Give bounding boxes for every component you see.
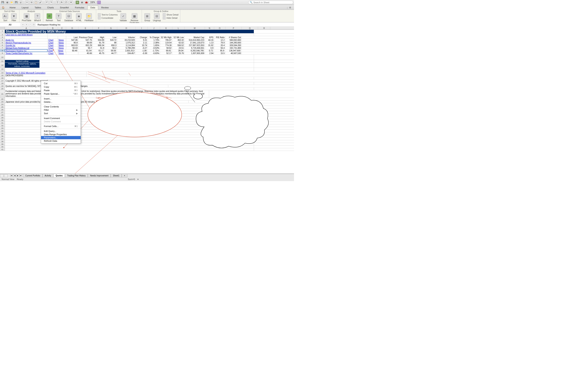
- text-button[interactable]: TText: [55, 13, 62, 22]
- copy-icon[interactable]: ⧉: [30, 1, 33, 4]
- show-detail[interactable]: Show Detail: [163, 13, 178, 16]
- consolidate[interactable]: Consolidate: [98, 17, 118, 19]
- stock-link[interactable]: Google Inc: [5, 44, 48, 47]
- tab-quotes[interactable]: Quotes: [53, 174, 65, 177]
- menu-paste-special-[interactable]: Paste Special...^⌘V: [41, 92, 81, 96]
- search-input[interactable]: [253, 1, 292, 4]
- menu-data-range-properties[interactable]: Data Range Properties: [41, 133, 81, 136]
- show-formulas-icon[interactable]: ▦: [80, 1, 84, 4]
- next-tab-icon[interactable]: ▶: [16, 174, 19, 177]
- ungroup-button[interactable]: ⊟Ungroup: [152, 13, 162, 22]
- menu-sort[interactable]: Sort▶: [41, 112, 81, 115]
- tab-trading-plan[interactable]: Trading Plan History: [65, 174, 88, 177]
- menu-clear-contents[interactable]: Clear Contents: [41, 105, 81, 108]
- stock-link[interactable]: Apple Inc: [5, 39, 48, 41]
- first-tab-icon[interactable]: ⏮: [10, 174, 13, 177]
- last-tab-icon[interactable]: ⏭: [19, 174, 22, 177]
- tab-smartart[interactable]: SmartArt: [57, 5, 72, 9]
- cancel-icon[interactable]: ✕: [25, 23, 28, 26]
- filter-small-icon[interactable]: ▼: [69, 1, 73, 4]
- formula-input[interactable]: [36, 23, 294, 26]
- menu-cut[interactable]: Cut⌘X: [41, 82, 81, 85]
- name-box[interactable]: A8: [0, 23, 20, 26]
- paste-icon[interactable]: 📋: [34, 1, 38, 4]
- fx-icon[interactable]: fx: [76, 1, 79, 4]
- search-in-sheet[interactable]: 🔍: [248, 1, 293, 4]
- menu-delete-comment[interactable]: Delete Comment: [41, 120, 81, 123]
- msn-link[interactable]: Click here to visit MSN Money: [5, 33, 48, 36]
- fx-small-icon[interactable]: fx: [32, 23, 35, 26]
- pivottable-button[interactable]: ▦PivotTable: [21, 13, 32, 22]
- gear-icon[interactable]: ⚙: [289, 6, 292, 9]
- stock-link[interactable]: Texas Capital Bancshares Inc: [5, 52, 48, 54]
- oval-shape-1[interactable]: [184, 86, 191, 90]
- tab-activity[interactable]: Activity: [43, 174, 53, 177]
- page-layout-view-icon[interactable]: [4, 174, 8, 177]
- whatif-button[interactable]: ?What-If: [33, 13, 42, 22]
- sheet-area[interactable]: ABCDEFGHIJKLMNOPQR 1Stock Quotes Provide…: [0, 27, 294, 174]
- add-sheet-button[interactable]: +: [122, 174, 127, 177]
- refresh-button[interactable]: ⟳Refresh: [45, 13, 54, 22]
- database-button[interactable]: ⛁Database: [63, 13, 74, 22]
- col-A[interactable]: A: [5, 27, 48, 30]
- tab-layout[interactable]: Layout: [18, 5, 31, 9]
- menu-format-cells-[interactable]: Format Cells...⌘1: [41, 125, 81, 128]
- open-icon[interactable]: 📁: [10, 1, 13, 4]
- help-icon[interactable]: ?: [97, 1, 101, 4]
- menu-refresh-data[interactable]: Refresh Data: [41, 139, 81, 142]
- tab-needs-improvement[interactable]: Needs Improvement: [88, 174, 111, 177]
- format-painter-icon[interactable]: 🖌: [39, 1, 42, 4]
- hide-detail[interactable]: Hide Detail: [163, 17, 178, 19]
- html-button[interactable]: ◈HTML: [75, 13, 82, 22]
- home-icon[interactable]: 🏠: [1, 6, 6, 9]
- tab-tables[interactable]: Tables: [31, 5, 44, 9]
- tab-sheet1[interactable]: Sheet1: [111, 174, 122, 177]
- group-button[interactable]: ⊞Group: [144, 13, 151, 22]
- dropdown-icon[interactable]: ▾: [21, 23, 25, 26]
- sort-button[interactable]: A↓Sort: [2, 13, 9, 22]
- select-all-corner[interactable]: [0, 27, 5, 30]
- sort-asc-icon[interactable]: A↓: [60, 1, 64, 4]
- stock-link[interactable]: Rackspace Hosting Inc: [5, 49, 48, 52]
- stock-link[interactable]: Michael Kors Holdings Ltd: [5, 47, 48, 49]
- zoom-percent[interactable]: 100%: [89, 1, 96, 4]
- menu-copy[interactable]: Copy⌘C: [41, 85, 81, 89]
- text-to-columns[interactable]: Text to Columns: [98, 13, 118, 16]
- sheet-tabs-bar: ⏮ ◀ ▶ ⏭ Current Portfolio Activity Quote…: [0, 174, 294, 177]
- accept-icon[interactable]: ✓: [29, 23, 32, 26]
- undo-icon[interactable]: ↶: [45, 1, 49, 4]
- redo-icon[interactable]: ↷: [49, 1, 53, 4]
- new-icon[interactable]: ▦: [5, 1, 9, 4]
- print-icon[interactable]: 🖨: [19, 1, 22, 4]
- stock-link[interactable]: Alexion Pharmaceuticals Inc: [5, 42, 48, 44]
- tab-current-portfolio[interactable]: Current Portfolio: [23, 174, 43, 177]
- menu-insert-[interactable]: Insert...: [41, 97, 81, 100]
- symbol-lookup[interactable]: Symbol Lookup: [5, 60, 40, 62]
- tab-review[interactable]: Review: [98, 5, 112, 9]
- menu-filter[interactable]: Filter▶: [41, 108, 81, 112]
- tab-data[interactable]: Data: [87, 5, 98, 9]
- validate-button[interactable]: ✓Validate: [119, 13, 128, 22]
- menu-parameters-[interactable]: Parameters...: [41, 136, 81, 139]
- menu-paste[interactable]: Paste⌘V: [41, 89, 81, 92]
- save-as-icon[interactable]: 💾: [14, 1, 18, 4]
- menu-insert-comment[interactable]: Insert Comment: [41, 117, 81, 120]
- remove-duplicates-button[interactable]: ▦Remove Duplicates: [129, 13, 140, 24]
- terms-link[interactable]: Terms of Use. © 2012 Microsoft Corporati…: [5, 72, 86, 74]
- filemaker-button[interactable]: 📁FileMaker: [84, 13, 94, 22]
- menu-delete-[interactable]: Delete...: [41, 100, 81, 104]
- tab-home[interactable]: Home: [7, 5, 18, 9]
- tab-formulas[interactable]: Formulas: [72, 5, 87, 9]
- prev-tab-icon[interactable]: ◀: [13, 174, 16, 177]
- normal-view-icon[interactable]: [0, 174, 4, 177]
- filter-button[interactable]: ▼Filter: [10, 13, 17, 22]
- status-dropdown-icon[interactable]: ▾: [138, 178, 139, 181]
- cut-icon[interactable]: ✂: [25, 1, 29, 4]
- collapse-ribbon-icon[interactable]: 〈: [286, 7, 288, 9]
- menu-edit-query-[interactable]: Edit Query...: [41, 129, 81, 133]
- tab-charts[interactable]: Charts: [44, 5, 57, 9]
- sort-desc-icon[interactable]: Z↓: [65, 1, 68, 4]
- save-icon[interactable]: 💾: [1, 1, 4, 4]
- autosum-icon[interactable]: Σ: [56, 1, 60, 4]
- toolbox-icon[interactable]: 🧰: [85, 1, 88, 4]
